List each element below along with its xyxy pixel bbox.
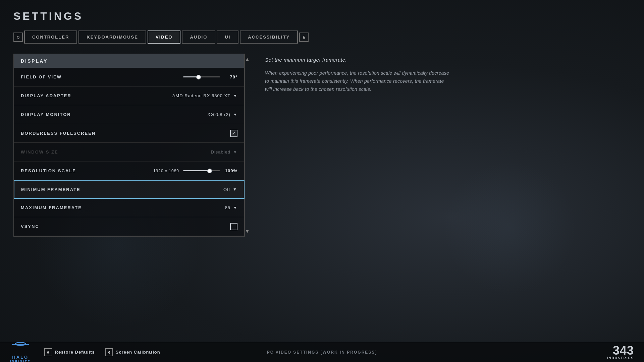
content-area: ▲ DISPLAY FIELD OF VIEW 78° DISPLAY ADAP… xyxy=(13,54,631,237)
borderless-fullscreen-row[interactable]: BORDERLESS FULLSCREEN ✓ xyxy=(14,124,244,143)
studio-name: INDUSTRIES xyxy=(607,357,634,360)
restore-label: Restore Defaults xyxy=(55,350,95,355)
halo-text: HALO xyxy=(12,355,29,360)
vsync-checkbox[interactable] xyxy=(230,223,237,230)
window-size-value: Disabled xyxy=(211,149,231,155)
field-of-view-value: 78° xyxy=(224,74,237,79)
description-panel: Set the minimum target framerate. When e… xyxy=(265,54,449,93)
display-adapter-row[interactable]: DISPLAY ADAPTER AMD Radeon RX 6800 XT ▼ xyxy=(14,86,244,105)
minimum-framerate-dropdown[interactable]: Off ▼ xyxy=(223,187,237,192)
tab-navigation: Q CONTROLLER KEYBOARD/MOUSE VIDEO AUDIO … xyxy=(13,31,631,44)
field-of-view-label: FIELD OF VIEW xyxy=(21,74,62,79)
right-key-hint: E xyxy=(299,33,309,42)
window-size-row: WINDOW SIZE Disabled ▼ xyxy=(14,143,244,162)
restore-key: R xyxy=(44,348,52,356)
maximum-framerate-row[interactable]: MAXIMUM FRAMERATE 85 ▼ xyxy=(14,198,244,217)
display-adapter-arrow: ▼ xyxy=(233,94,237,98)
left-key-hint: Q xyxy=(13,33,23,42)
description-body: When experiencing poor performance, the … xyxy=(265,69,449,93)
tab-keyboard[interactable]: KEYBOARD/MOUSE xyxy=(78,31,146,44)
halo-logo: HALO INFINITE xyxy=(10,341,31,362)
resolution-scale-thumb[interactable] xyxy=(207,169,212,173)
scroll-down-indicator: ▼ xyxy=(245,229,250,234)
borderless-fullscreen-label: BORDERLESS FULLSCREEN xyxy=(21,131,96,136)
bottom-bar: HALO INFINITE R Restore Defaults R Scree… xyxy=(0,342,644,362)
resolution-scale-fill xyxy=(183,170,210,171)
maximum-framerate-arrow: ▼ xyxy=(233,205,237,210)
resolution-scale-row[interactable]: RESOLUTION SCALE 644 x 362 100% xyxy=(14,162,244,180)
window-size-arrow: ▼ xyxy=(233,150,237,155)
restore-defaults-action[interactable]: R Restore Defaults xyxy=(44,348,95,356)
infinite-text: INFINITE xyxy=(10,360,31,362)
minimum-framerate-arrow: ▼ xyxy=(233,187,237,192)
tab-ui[interactable]: UI xyxy=(217,31,238,44)
minimum-framerate-value: Off xyxy=(223,187,230,192)
tab-controller[interactable]: CONTROLLER xyxy=(24,31,77,44)
display-adapter-label: DISPLAY ADAPTER xyxy=(21,93,71,98)
tab-audio[interactable]: AUDIO xyxy=(182,31,215,44)
field-of-view-track[interactable] xyxy=(183,76,220,77)
maximum-framerate-value: 85 xyxy=(225,205,230,210)
borderless-fullscreen-checkbox[interactable]: ✓ xyxy=(230,130,237,137)
resolution-scale-label: RESOLUTION SCALE xyxy=(21,168,76,173)
vsync-row[interactable]: VSYNC xyxy=(14,217,244,236)
bottom-left: HALO INFINITE R Restore Defaults R Scree… xyxy=(10,341,160,362)
studio-number: 343 xyxy=(613,345,634,357)
resolution-scale-track[interactable] xyxy=(183,170,220,171)
resolution-scale-value: 100% xyxy=(224,168,237,173)
field-of-view-row[interactable]: FIELD OF VIEW 78° xyxy=(14,68,244,86)
minimum-framerate-label: MINIMUM FRAMERATE xyxy=(21,187,80,192)
calibration-label: Screen Calibration xyxy=(116,350,160,355)
settings-panel: ▲ DISPLAY FIELD OF VIEW 78° DISPLAY ADAP… xyxy=(13,54,245,237)
vsync-label: VSYNC xyxy=(21,224,39,229)
field-of-view-control[interactable]: 78° xyxy=(183,74,237,79)
display-monitor-value: XG258 (2) xyxy=(207,112,230,117)
settings-title: SETTINGS xyxy=(13,10,631,22)
maximum-framerate-dropdown[interactable]: 85 ▼ xyxy=(225,205,237,210)
display-monitor-dropdown[interactable]: XG258 (2) ▼ xyxy=(207,112,237,117)
display-monitor-label: DISPLAY MONITOR xyxy=(21,112,71,117)
tab-accessibility[interactable]: ACCESSIBILITY xyxy=(240,31,298,44)
screen-calibration-action[interactable]: R Screen Calibration xyxy=(105,348,160,356)
display-adapter-value: AMD Radeon RX 6800 XT xyxy=(172,93,230,98)
display-monitor-row[interactable]: DISPLAY MONITOR XG258 (2) ▼ xyxy=(14,105,244,124)
bottom-right: 343 INDUSTRIES xyxy=(607,345,634,360)
calibration-key: R xyxy=(105,348,113,356)
display-adapter-dropdown[interactable]: AMD Radeon RX 6800 XT ▼ xyxy=(172,93,237,98)
bottom-status: PC VIDEO SETTINGS [WORK IN PROGRESS] xyxy=(267,350,377,355)
display-monitor-arrow: ▼ xyxy=(233,112,237,117)
resolution-scale-resolution: 644 x 362 xyxy=(153,169,179,173)
display-section-header: DISPLAY xyxy=(14,54,244,68)
checkmark-icon: ✓ xyxy=(232,131,236,136)
window-size-dropdown: Disabled ▼ xyxy=(211,149,237,155)
minimum-framerate-row[interactable]: MINIMUM FRAMERATE Off ▼ xyxy=(14,180,245,199)
description-title: Set the minimum target framerate. xyxy=(265,57,449,63)
window-size-label: WINDOW SIZE xyxy=(21,149,58,155)
scroll-up-indicator: ▲ xyxy=(245,56,250,62)
tab-video[interactable]: VIDEO xyxy=(148,31,180,44)
field-of-view-thumb[interactable] xyxy=(196,75,201,79)
bottom-actions: R Restore Defaults R Screen Calibration xyxy=(44,348,160,356)
resolution-scale-control[interactable]: 644 x 362 100% xyxy=(153,168,237,173)
maximum-framerate-label: MAXIMUM FRAMERATE xyxy=(21,205,82,210)
